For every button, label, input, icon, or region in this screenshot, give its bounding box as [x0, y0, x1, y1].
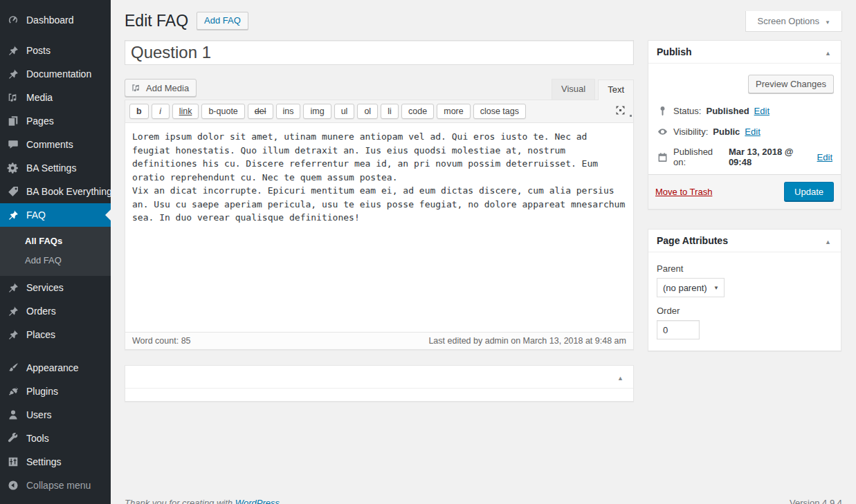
sidebar-item-label: Media [26, 92, 53, 103]
sidebar-item-label: Comments [26, 139, 73, 150]
sidebar-item-documentation[interactable]: Documentation [0, 62, 111, 86]
publish-box: Publish Preview Changes Status: Publishe… [648, 40, 841, 209]
publish-box-title: Publish [657, 46, 692, 57]
collapse-menu-label: Collapse menu [26, 480, 91, 491]
pages-icon [6, 114, 20, 128]
chevron-down-icon [825, 16, 830, 26]
sidebar-item-media[interactable]: Media [0, 86, 111, 109]
user-icon [6, 408, 20, 422]
sidebar-item-services[interactable]: Services [0, 276, 111, 299]
visibility-value: Public [713, 127, 740, 137]
tab-visual[interactable]: Visual [552, 79, 595, 100]
quicktag-close-tags-button[interactable]: close tags [473, 104, 526, 119]
sidebar-item-ba-book-everything[interactable]: BA Book Everything [0, 180, 111, 203]
add-media-label: Add Media [146, 83, 189, 93]
quicktag-code-button[interactable]: code [401, 104, 434, 119]
pin-icon [6, 281, 20, 295]
faq-submenu: All FAQs Add FAQ [0, 227, 111, 276]
page-attributes-toggle-icon[interactable] [823, 236, 832, 246]
media-icon [131, 82, 142, 93]
pin-icon [6, 304, 20, 318]
quicktag-bold-button[interactable]: b [129, 104, 149, 119]
sidebar-item-ba-settings[interactable]: BA Settings [0, 156, 111, 180]
sidebar-item-orders[interactable]: Orders [0, 299, 111, 323]
sidebar-item-label: Tools [26, 433, 49, 444]
collapse-menu-button[interactable]: Collapse menu [0, 474, 111, 497]
quicktag-li-button[interactable]: li [381, 104, 399, 119]
fullscreen-icon [614, 104, 626, 116]
plug-icon [6, 384, 20, 398]
admin-sidebar: Dashboard Posts Documentation Media Page… [0, 0, 111, 504]
wordpress-link[interactable]: WordPress [235, 498, 280, 504]
sidebar-item-appearance[interactable]: Appearance [0, 356, 111, 380]
post-title-input[interactable] [125, 40, 634, 65]
pin-icon [6, 67, 20, 81]
footer-version: Version 4.9.4 [790, 498, 842, 504]
sidebar-item-tools[interactable]: Tools [0, 427, 111, 450]
visibility-row: Visibility: Public Edit [657, 126, 832, 138]
sidebar-item-label: BA Settings [26, 162, 76, 174]
tab-text[interactable]: Text [598, 80, 634, 100]
post-content-textarea[interactable]: Lorem ipsum dolor sit amet, utinam muner… [125, 123, 633, 332]
sidebar-item-places[interactable]: Places [0, 323, 111, 346]
quicktag-more-button[interactable]: more [437, 104, 470, 119]
add-media-button[interactable]: Add Media [125, 79, 197, 97]
update-button[interactable]: Update [784, 182, 834, 202]
move-to-trash-link[interactable]: Move to Trash [655, 187, 712, 197]
fullscreen-button[interactable] [614, 104, 626, 118]
quicktag-ul-button[interactable]: ul [334, 104, 355, 119]
edit-date-link[interactable]: Edit [817, 152, 832, 162]
sliders-icon [6, 455, 20, 469]
sidebar-item-label: Pages [26, 115, 54, 127]
wrench-icon [6, 431, 20, 445]
footer-thanks-text: Thank you for creating with WordPress. [125, 498, 282, 504]
resize-grip-dot [630, 115, 632, 117]
sidebar-item-dashboard[interactable]: Dashboard [0, 8, 111, 32]
sidebar-item-plugins[interactable]: Plugins [0, 380, 111, 403]
parent-select-wrap: (no parent) [657, 278, 725, 297]
quicktag-blockquote-button[interactable]: b-quote [201, 104, 244, 119]
screen-options-button[interactable]: Screen Options [745, 11, 842, 32]
quicktag-img-button[interactable]: img [303, 104, 331, 119]
submenu-item-all-faqs[interactable]: All FAQs [0, 232, 111, 251]
sidebar-item-users[interactable]: Users [0, 403, 111, 427]
order-label: Order [657, 306, 832, 316]
parent-select[interactable]: (no parent) [657, 278, 725, 297]
post-status-info: Word count: 85 Last edited by admin on M… [125, 332, 633, 349]
sidebar-item-label: Documentation [26, 68, 91, 80]
page-attributes-box: Page Attributes Parent (no parent) Order [648, 229, 841, 351]
quicktags-toolbar: b i link b-quote del ins img ul ol li co… [125, 100, 633, 123]
preview-changes-button[interactable]: Preview Changes [748, 75, 834, 93]
quicktag-ins-button[interactable]: ins [276, 104, 301, 119]
visibility-label: Visibility: [673, 127, 708, 137]
sidebar-item-pages[interactable]: Pages [0, 109, 111, 133]
status-value: Published [706, 106, 749, 116]
sidebar-item-label: Appearance [26, 362, 79, 373]
sidebar-item-label: Places [26, 329, 55, 340]
sidebar-item-settings[interactable]: Settings [0, 450, 111, 474]
edit-status-link[interactable]: Edit [754, 106, 770, 116]
quicktag-link-button[interactable]: link [172, 104, 199, 119]
add-faq-button[interactable]: Add FAQ [197, 12, 248, 30]
quicktag-italic-button[interactable]: i [152, 104, 170, 119]
published-on-row: Published on: Mar 13, 2018 @ 09:48 Edit [657, 147, 832, 167]
dashboard-icon [6, 13, 20, 27]
order-input[interactable] [657, 320, 700, 339]
sidebar-item-label: Dashboard [26, 15, 74, 26]
publish-toggle-icon[interactable] [823, 47, 832, 57]
metabox-toggle-icon[interactable] [616, 372, 625, 382]
sidebar-item-label: Users [26, 409, 52, 420]
submenu-item-add-faq[interactable]: Add FAQ [0, 251, 111, 270]
quicktag-ol-button[interactable]: ol [357, 104, 378, 119]
collapse-arrow-icon [6, 478, 20, 492]
pin-icon [6, 44, 20, 57]
sidebar-item-posts[interactable]: Posts [0, 39, 111, 62]
eye-icon [657, 126, 668, 138]
sidebar-item-faq[interactable]: FAQ [0, 203, 111, 227]
sidebar-item-comments[interactable]: Comments [0, 133, 111, 156]
admin-content-area: Screen Options Edit FAQ Add FAQ Add Medi… [111, 11, 856, 504]
status-pin-icon [657, 105, 668, 117]
edit-visibility-link[interactable]: Edit [745, 127, 760, 137]
status-row: Status: Published Edit [657, 105, 832, 117]
quicktag-del-button[interactable]: del [248, 104, 273, 119]
